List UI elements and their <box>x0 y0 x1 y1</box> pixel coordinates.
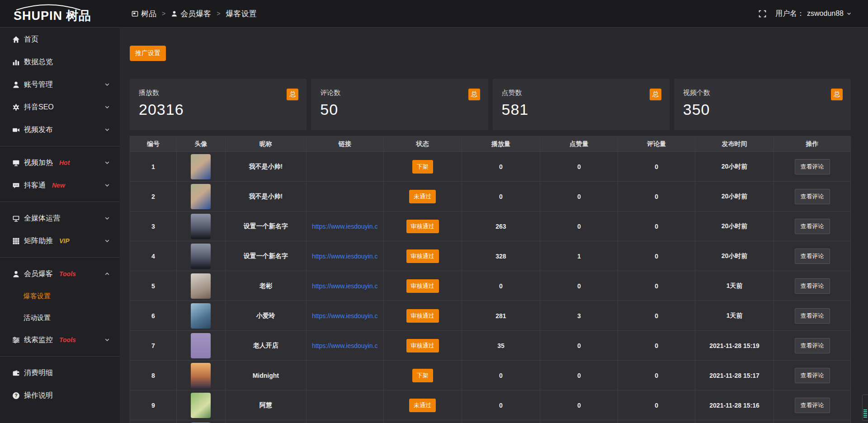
view-comments-button[interactable]: 查看评论 <box>795 189 830 204</box>
publish-time-cell: 20小时前 <box>695 212 774 241</box>
view-comments-button[interactable]: 查看评论 <box>795 278 830 294</box>
plays-cell: 281 <box>462 301 540 331</box>
publish-time-cell: 20小时前 <box>695 152 774 182</box>
publish-time-cell: 1天前 <box>695 271 774 301</box>
member-icon <box>12 270 20 278</box>
video-link[interactable]: https://www.iesdouyin.c <box>307 282 383 290</box>
floating-widget[interactable] <box>862 395 868 421</box>
user-menu[interactable]: 用户名：zswodun88 <box>775 9 852 19</box>
table-row: 3 设置一个新名字 https://www.iesdouyin.c 审核通过 2… <box>130 212 851 241</box>
breadcrumb-item[interactable]: 树品 <box>132 9 156 19</box>
sidebar-item-操作说明[interactable]: ?操作说明 <box>0 384 120 407</box>
status-badge: 审核通过 <box>406 339 439 352</box>
column-header-操作: 操作 <box>774 136 851 152</box>
plays-cell: 0 <box>462 182 540 212</box>
table-row: 4 设置一个新名字 https://www.iesdouyin.c 审核通过 3… <box>130 241 851 271</box>
sidebar-item-线索监控[interactable]: 线索监控Tools <box>0 329 120 351</box>
action-cell: 查看评论 <box>774 361 851 390</box>
stat-card: 播放数 20316 总 <box>130 79 307 130</box>
nickname: 老彬 <box>259 282 272 289</box>
status-badge: 审核通过 <box>406 309 439 323</box>
sidebar-divider <box>0 202 120 202</box>
view-comments-button[interactable]: 查看评论 <box>795 249 830 264</box>
avatar-cell <box>176 152 225 182</box>
status-cell: 下架 <box>383 152 462 182</box>
view-comments-button[interactable]: 查看评论 <box>795 308 830 324</box>
chevron-down-icon <box>104 337 110 343</box>
sidebar-item-全媒体运营[interactable]: 全媒体运营 <box>0 207 120 230</box>
nickname-cell: 老人开店 <box>225 331 306 361</box>
sidebar-item-矩阵助推[interactable]: 矩阵助推VIP <box>0 230 120 252</box>
sidebar-item-label: 消费明细 <box>24 368 53 378</box>
sidebar-item-label: 数据总览 <box>24 57 53 67</box>
avatar-cell <box>176 271 225 301</box>
sidebar-item-label: 线索监控 <box>24 335 53 345</box>
video-link[interactable]: https://www.iesdouyin.c <box>307 223 383 230</box>
user-icon <box>12 81 20 89</box>
comments-cell: 0 <box>618 212 695 241</box>
action-cell: 查看评论 <box>774 390 851 420</box>
row-id-cell: 8 <box>130 361 177 390</box>
comments-cell: 0 <box>618 182 695 212</box>
sidebar-item-抖客通[interactable]: 抖客通New <box>0 174 120 197</box>
chevron-up-icon <box>104 271 110 277</box>
row-id: 8 <box>151 372 155 379</box>
likes-cell: 1 <box>540 241 618 271</box>
column-header-播放量: 播放量 <box>462 136 540 152</box>
total-badge: 总 <box>831 89 843 100</box>
chevron-down-icon <box>104 82 110 87</box>
fullscreen-icon[interactable] <box>759 10 766 18</box>
row-id: 7 <box>151 342 155 349</box>
view-comments-button[interactable]: 查看评论 <box>795 159 830 174</box>
sidebar-item-视频加热[interactable]: 视频加热Hot <box>0 151 120 174</box>
view-comments-button[interactable]: 查看评论 <box>795 338 830 353</box>
stat-card: 视频个数 350 总 <box>674 79 851 130</box>
promotion-settings-button[interactable]: 推广设置 <box>130 46 166 61</box>
sidebar-item-活动设置[interactable]: 活动设置 <box>0 307 120 329</box>
nickname-cell: Midnight <box>225 361 306 390</box>
link-cell <box>306 182 383 212</box>
stat-label: 评论数 <box>320 89 479 97</box>
sidebar-item-首页[interactable]: 首页 <box>0 28 120 51</box>
stat-label: 播放数 <box>139 89 297 97</box>
sidebar-item-消费明细[interactable]: 消费明细 <box>0 362 120 384</box>
plays-cell <box>462 420 540 423</box>
breadcrumb-item[interactable]: 爆客设置 <box>226 9 256 19</box>
view-comments-button[interactable]: 查看评论 <box>795 219 830 234</box>
view-comments-button[interactable]: 查看评论 <box>795 398 830 413</box>
sidebar-item-抖音SEO[interactable]: 抖音SEO <box>0 96 120 118</box>
view-comments-button[interactable]: 查看评论 <box>795 368 830 383</box>
total-badge: 总 <box>287 89 298 100</box>
table-row: 8 Midnight 下架 0 0 0 2021-11-28 15:17 查看评… <box>130 361 851 390</box>
breadcrumb-item[interactable]: 会员爆客 <box>171 9 211 19</box>
stat-value: 20316 <box>139 101 297 118</box>
question-icon: ? <box>12 392 20 400</box>
breadcrumb-label: 树品 <box>141 9 156 19</box>
link-cell <box>306 420 383 423</box>
nickname: 设置一个新名字 <box>244 222 288 230</box>
nickname: 我不是小帅! <box>249 163 283 170</box>
sidebar-item-label: 视频发布 <box>24 125 53 135</box>
logo-cn: 树品 <box>66 9 91 23</box>
status-badge: 下架 <box>412 369 433 382</box>
stat-value: 50 <box>320 101 479 118</box>
sidebar-item-视频发布[interactable]: 视频发布 <box>0 118 120 141</box>
likes-cell: 0 <box>540 390 618 420</box>
link-cell: https://www.iesdouyin.c <box>306 212 383 241</box>
stat-cards: 播放数 20316 总 评论数 50 总 点赞数 581 总 视频个数 350 … <box>130 79 851 130</box>
sidebar-menu: 首页数据总览账号管理抖音SEO视频发布视频加热Hot抖客通New全媒体运营矩阵助… <box>0 28 120 407</box>
sidebar-item-爆客设置[interactable]: 爆客设置 <box>0 285 120 307</box>
sidebar-item-账号管理[interactable]: 账号管理 <box>0 73 120 96</box>
sidebar-item-会员爆客[interactable]: 会员爆客Tools <box>0 263 120 285</box>
column-header-编号: 编号 <box>130 136 177 152</box>
video-link[interactable]: https://www.iesdouyin.c <box>307 342 383 349</box>
publish-time-cell: 20小时前 <box>695 182 774 212</box>
plays-cell: 0 <box>462 271 540 301</box>
status-cell <box>383 420 462 423</box>
sidebar-item-数据总览[interactable]: 数据总览 <box>0 51 120 73</box>
wallet-icon <box>12 369 20 377</box>
nickname-cell <box>225 420 306 423</box>
avatar <box>191 214 211 239</box>
video-link[interactable]: https://www.iesdouyin.c <box>307 312 383 320</box>
video-link[interactable]: https://www.iesdouyin.c <box>307 253 383 260</box>
